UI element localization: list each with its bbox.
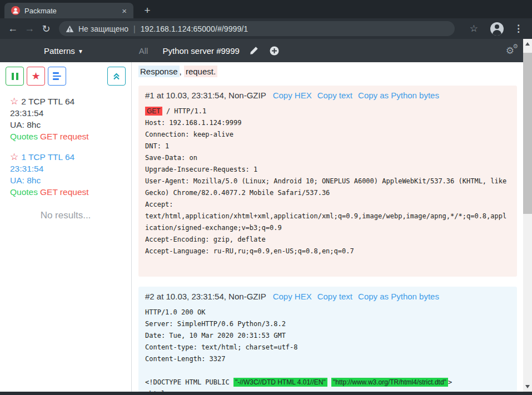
packet-header: #1 at 10.03, 23:31:54, Non-GZIPCopy HEXC… xyxy=(145,91,510,100)
page-scrollbar[interactable] xyxy=(523,39,532,392)
pattern-match-highlight: "http://www.w3.org/TR/html4/strict.dtd" xyxy=(331,378,448,387)
browser-tab[interactable]: Packmate × xyxy=(4,3,133,18)
copy-action-link[interactable]: Copy as Python bytes xyxy=(358,91,439,100)
pattern-tag: GET request xyxy=(40,132,89,141)
profile-avatar-icon[interactable] xyxy=(490,22,504,36)
copy-action-link[interactable]: Copy text xyxy=(317,292,352,301)
copy-action-link[interactable]: Copy HEX xyxy=(273,292,312,301)
patterns-dropdown[interactable]: Patterns▼ xyxy=(44,46,83,56)
page-content: ★ ☆2 TCP TTL 6423:31:54UA: 8hcQuotesGET … xyxy=(0,62,523,392)
app-header: Patterns▼ All Python server #9999 ⚙⚙ xyxy=(0,39,523,62)
forward-icon[interactable]: → xyxy=(21,23,38,34)
matched-pattern-label: , xyxy=(180,67,184,76)
matched-pattern-label: request. xyxy=(184,66,217,77)
packet-line: Date: Tue, 10 Mar 2020 20:31:53 GMT xyxy=(145,330,510,342)
stream-list: ☆2 TCP TTL 6423:31:54UA: 8hcQuotesGET re… xyxy=(0,89,131,198)
pattern-match-highlight: GET xyxy=(145,107,162,116)
scroll-up-icon[interactable] xyxy=(523,40,532,48)
scroll-down-icon[interactable] xyxy=(523,383,532,391)
url-text[interactable]: 192.168.1.124:65000/#/9999/1 xyxy=(141,24,248,33)
add-service-icon[interactable] xyxy=(270,46,279,56)
packet-line: Content-type: text/html; charset=utf-8 xyxy=(145,342,510,353)
omnibox-separator: | xyxy=(133,24,136,33)
packet-body: HTTP/1.0 200 OKServer: SimpleHTTP/0.6 Py… xyxy=(145,307,510,392)
favorite-star-icon[interactable]: ☆ xyxy=(10,152,18,162)
packet-body: GET / HTTP/1.1Host: 192.168.1.124:9999Co… xyxy=(145,106,510,269)
packet-line: Upgrade-Insecure-Requests: 1 xyxy=(145,164,510,176)
collapse-sidebar-button[interactable] xyxy=(107,67,126,86)
stream-title-text: 2 TCP TTL 64 xyxy=(21,97,74,106)
packet-card: #2 at 10.03, 23:31:54, Non-GZIPCopy HEXC… xyxy=(138,287,517,392)
chevron-down-icon: ▼ xyxy=(78,48,83,54)
packet-line: Accept-Encoding: gzip, deflate xyxy=(145,234,510,246)
packet-line xyxy=(145,365,510,377)
packet-line: Save-Data: on xyxy=(145,152,510,164)
stream-item[interactable]: ☆2 TCP TTL 6423:31:54UA: 8hcQuotesGET re… xyxy=(10,96,126,142)
copy-action-link[interactable]: Copy as Python bytes xyxy=(358,292,439,301)
packet-line xyxy=(145,257,510,269)
stream-patterns: QuotesGET request xyxy=(10,186,126,198)
browser-menu-icon[interactable]: ⋮ xyxy=(509,23,528,34)
close-tab-icon[interactable]: × xyxy=(120,6,129,16)
tab-title: Packmate xyxy=(24,7,120,15)
sidebar-toolbar: ★ xyxy=(0,62,131,89)
packet-title: #1 at 10.03, 23:31:54, Non-GZIP xyxy=(145,91,266,100)
copy-action-link[interactable]: Copy HEX xyxy=(273,91,312,100)
browser-tab-strip: Packmate × + xyxy=(0,0,532,18)
packet-line: Connection: keep-alive xyxy=(145,129,510,141)
matched-patterns-line: Response, request. xyxy=(138,67,517,81)
packet-line: Content-Length: 3327 xyxy=(145,353,510,365)
packet-line: User-Agent: Mozilla/5.0 (Linux; Android … xyxy=(145,176,510,199)
stream-time: 23:31:54 xyxy=(10,163,126,174)
browser-toolbar: ← → ↻ Не защищено | 192.168.1.124:65000/… xyxy=(0,18,532,39)
packet-title: #2 at 10.03, 23:31:54, Non-GZIP xyxy=(145,292,266,301)
streams-sidebar: ★ ☆2 TCP TTL 6423:31:54UA: 8hcQuotesGET … xyxy=(0,62,132,392)
scrollbar-thumb[interactable] xyxy=(523,53,532,214)
service-tab-all[interactable]: All xyxy=(139,46,148,56)
favorite-star-icon[interactable]: ☆ xyxy=(10,96,18,107)
pattern-tag: Quotes xyxy=(10,132,38,141)
pattern-tag: GET request xyxy=(40,187,89,197)
matched-pattern-label: Response xyxy=(138,66,180,77)
not-secure-warning-icon xyxy=(66,25,74,33)
service-tab-active[interactable]: Python server #9999 xyxy=(162,46,239,56)
stream-user-agent: UA: 8hc xyxy=(10,174,126,186)
packet-line: Host: 192.168.1.124:9999 xyxy=(145,117,510,129)
security-status-label[interactable]: Не защищено xyxy=(78,24,128,33)
no-results-label: No results... xyxy=(0,210,131,221)
stream-time: 23:31:54 xyxy=(10,107,126,119)
copy-action-link[interactable]: Copy text xyxy=(317,91,352,100)
packet-card: #1 at 10.03, 23:31:54, Non-GZIPCopy HEXC… xyxy=(138,86,517,277)
stream-title-text: 1 TCP TTL 64 xyxy=(21,152,74,162)
stream-patterns: QuotesGET request xyxy=(10,131,126,142)
reload-icon[interactable]: ↻ xyxy=(38,23,54,35)
settings-gears-icon[interactable]: ⚙⚙ xyxy=(506,45,514,57)
packmate-favicon-icon xyxy=(11,6,20,15)
pattern-tag: Quotes xyxy=(10,187,38,197)
bookmark-star-icon[interactable]: ☆ xyxy=(463,23,485,34)
packet-line: Accept-Language: ru-RU,ru;q=0.9,en-US;q=… xyxy=(145,246,510,257)
packet-line: GET / HTTP/1.1 xyxy=(145,106,510,117)
window-bottom-edge xyxy=(0,392,532,395)
packet-line: Accept: text/html,application/xhtml+xml,… xyxy=(145,199,510,234)
address-bar[interactable]: Не защищено | 192.168.1.124:65000/#/9999… xyxy=(59,21,455,36)
pause-capture-button[interactable] xyxy=(6,67,24,86)
stream-title: ☆2 TCP TTL 64 xyxy=(10,96,126,107)
pattern-match-highlight: "-//W3C//DTD HTML 4.01//EN" xyxy=(233,378,327,387)
packet-header: #2 at 10.03, 23:31:54, Non-GZIPCopy HEXC… xyxy=(145,292,510,301)
edit-service-icon[interactable] xyxy=(250,46,258,55)
packet-line: <!DOCTYPE HTML PUBLIC "-//W3C//DTD HTML … xyxy=(145,377,510,388)
stream-title: ☆1 TCP TTL 64 xyxy=(10,151,126,163)
stream-detail-pane: Response, request. #1 at 10.03, 23:31:54… xyxy=(132,62,523,392)
packet-line: DNT: 1 xyxy=(145,141,510,152)
stream-list-button[interactable] xyxy=(48,67,66,86)
packet-line: HTTP/1.0 200 OK xyxy=(145,307,510,318)
favorites-filter-button[interactable]: ★ xyxy=(27,67,45,86)
new-tab-button[interactable]: + xyxy=(140,3,155,18)
stream-user-agent: UA: 8hc xyxy=(10,119,126,131)
double-chevron-up-icon xyxy=(112,72,121,81)
packet-line: Server: SimpleHTTP/0.6 Python/3.8.2 xyxy=(145,318,510,330)
stream-item[interactable]: ☆1 TCP TTL 6423:31:54UA: 8hcQuotesGET re… xyxy=(10,151,126,198)
back-icon[interactable]: ← xyxy=(4,23,21,34)
